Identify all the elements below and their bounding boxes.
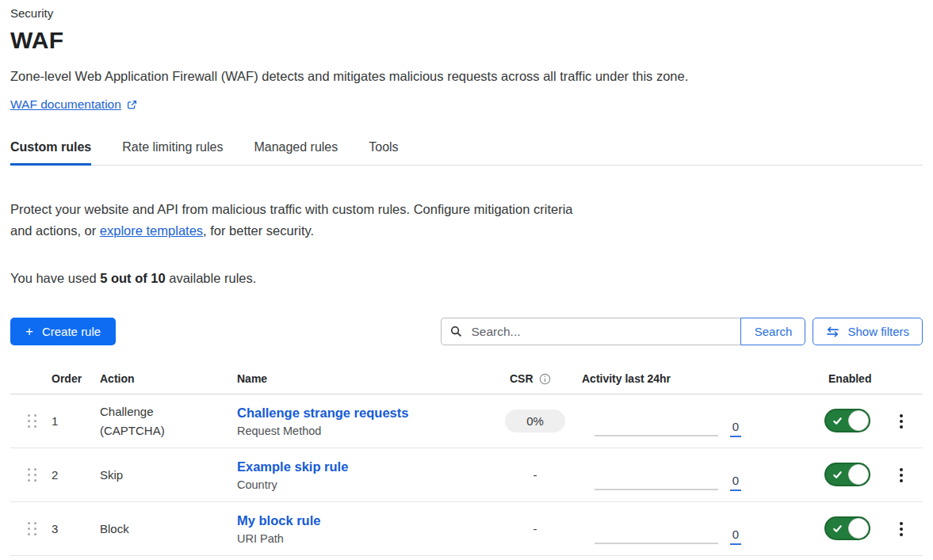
rule-action: Block — [100, 520, 237, 539]
header-csr: CSR — [499, 372, 571, 385]
create-rule-label: Create rule — [42, 325, 101, 338]
rule-enabled-cell — [816, 463, 880, 488]
activity-count[interactable]: 0 — [730, 421, 741, 437]
rule-name-cell: Challenge strange requests Request Metho… — [237, 406, 499, 437]
rule-action: Skip — [100, 466, 237, 485]
waf-tabs: Custom rulesRate limiting rulesManaged r… — [10, 140, 923, 166]
activity-sparkline — [595, 489, 718, 490]
rule-match-field: Country — [237, 478, 499, 491]
search-input[interactable] — [469, 324, 732, 340]
rule-name-cell: Example skip rule Country — [237, 459, 499, 491]
header-enabled: Enabled — [816, 372, 880, 385]
rule-action: Challenge (CAPTCHA) — [100, 402, 237, 440]
header-name: Name — [237, 372, 499, 385]
rule-order: 1 — [52, 414, 100, 428]
rule-match-field: URI Path — [237, 532, 499, 545]
rule-csr-cell: 0% — [499, 410, 571, 432]
show-filters-button[interactable]: Show filters — [813, 318, 923, 345]
rule-name-cell: My block rule URI Path — [237, 513, 499, 545]
search-input-wrap — [441, 318, 740, 345]
rules-table: Order Action Name CSR Activity last 24hr… — [10, 368, 923, 556]
drag-handle[interactable] — [25, 465, 40, 485]
tab-tools[interactable]: Tools — [369, 140, 398, 165]
show-filters-label: Show filters — [847, 325, 909, 338]
page-description: Zone-level Web Application Firewall (WAF… — [10, 69, 923, 84]
rule-name-link[interactable]: Example skip rule — [237, 459, 499, 474]
kebab-menu-button[interactable] — [895, 410, 908, 433]
table-row: 2 Skip Example skip rule Country - 0 — [10, 448, 923, 502]
rules-usage-text: You have used 5 out of 10 available rule… — [10, 271, 923, 286]
check-icon — [832, 524, 843, 534]
rule-csr-cell: - — [499, 468, 571, 482]
waf-documentation-link[interactable]: WAF documentation — [10, 97, 137, 112]
rules-table-header: Order Action Name CSR Activity last 24hr… — [10, 368, 923, 394]
search-button[interactable]: Search — [740, 318, 805, 345]
check-icon — [832, 416, 843, 426]
rule-enabled-cell — [816, 409, 880, 434]
usage-count: 5 out of 10 — [100, 271, 166, 285]
search-icon — [450, 326, 469, 337]
activity-count[interactable]: 0 — [730, 474, 741, 491]
kebab-menu-button[interactable] — [895, 517, 908, 541]
table-row: 1 Challenge (CAPTCHA) Challenge strange … — [10, 394, 923, 448]
rule-activity-cell: 0 — [571, 448, 741, 501]
toggle-knob — [848, 464, 869, 485]
plus-icon: + — [25, 325, 33, 338]
usage-after: available rules. — [166, 271, 257, 285]
waf-page: Security WAF Zone-level Web Application … — [0, 0, 933, 556]
enabled-toggle[interactable] — [824, 463, 870, 486]
breadcrumb-security: Security — [10, 6, 923, 20]
table-row: 3 Block My block rule URI Path - 0 — [10, 502, 923, 556]
usage-before: You have used — [10, 271, 100, 285]
toggle-knob — [848, 518, 869, 539]
header-activity: Activity last 24hr — [571, 372, 741, 385]
rule-match-field: Request Method — [237, 425, 499, 437]
header-action: Action — [100, 372, 237, 385]
waf-documentation-label: WAF documentation — [10, 97, 121, 112]
header-csr-label: CSR — [510, 372, 533, 385]
rule-order: 2 — [52, 468, 100, 482]
header-order: Order — [52, 372, 100, 385]
create-rule-button[interactable]: + Create rule — [10, 318, 116, 345]
rules-table-body: 1 Challenge (CAPTCHA) Challenge strange … — [10, 394, 923, 556]
rule-activity-cell: 0 — [571, 394, 741, 448]
csr-value: 0% — [505, 410, 565, 432]
intro-text-after: , for better security. — [203, 223, 314, 238]
drag-handle[interactable] — [25, 411, 40, 431]
custom-rules-intro: Protect your website and API from malici… — [10, 199, 595, 242]
rule-name-link[interactable]: Challenge strange requests — [237, 406, 499, 421]
tab-custom-rules[interactable]: Custom rules — [10, 140, 91, 166]
kebab-menu-button[interactable] — [895, 463, 908, 487]
toolbar-right: Search Show filters — [441, 318, 923, 345]
tab-managed-rules[interactable]: Managed rules — [254, 140, 338, 165]
activity-sparkline — [595, 543, 718, 544]
activity-count[interactable]: 0 — [730, 528, 741, 545]
rule-csr-cell: - — [499, 522, 571, 536]
rule-enabled-cell — [816, 516, 880, 542]
explore-templates-link[interactable]: explore templates — [100, 223, 203, 238]
info-icon[interactable] — [539, 373, 551, 385]
external-link-icon — [127, 100, 137, 110]
drag-handle[interactable] — [25, 519, 40, 539]
tab-rate-limiting-rules[interactable]: Rate limiting rules — [122, 140, 223, 165]
rule-order: 3 — [52, 522, 100, 535]
csr-value: - — [533, 468, 537, 482]
rule-name-link[interactable]: My block rule — [237, 513, 499, 528]
rule-activity-cell: 0 — [571, 502, 741, 555]
check-icon — [832, 470, 843, 480]
activity-sparkline — [595, 435, 718, 436]
rules-toolbar: + Create rule Search — [10, 318, 923, 345]
enabled-toggle[interactable] — [824, 409, 870, 432]
csr-value: - — [533, 522, 537, 535]
page-title: WAF — [10, 27, 923, 54]
swap-arrows-icon — [826, 326, 839, 337]
toggle-knob — [848, 410, 869, 431]
enabled-toggle[interactable] — [824, 516, 870, 540]
